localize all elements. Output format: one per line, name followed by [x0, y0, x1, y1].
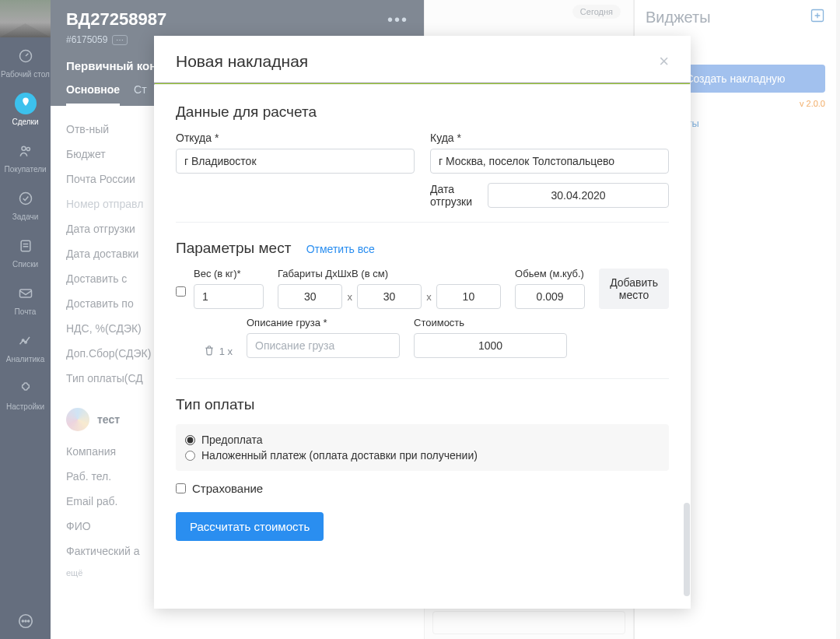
weight-input[interactable]: [194, 284, 264, 309]
modal-title: Новая накладная: [176, 52, 308, 71]
cost-input[interactable]: [414, 333, 567, 358]
pay-cod-label: Наложенный платеж (оплата доставки при п…: [201, 449, 478, 462]
place-checkbox[interactable]: [176, 286, 186, 297]
mark-all-link[interactable]: Отметить все: [306, 243, 375, 255]
trash-icon[interactable]: [204, 345, 215, 358]
add-place-button[interactable]: Добавить место: [599, 269, 669, 309]
weight-label: Вес (в кг)*: [194, 268, 264, 279]
cost-label: Стоимость: [414, 317, 567, 328]
desc-label: Описание груза *: [247, 317, 400, 328]
section-calc-title: Данные для расчета: [176, 104, 669, 121]
volume-label: Обьем (м.куб.): [515, 268, 585, 279]
close-icon[interactable]: ×: [659, 51, 669, 72]
dim-width-input[interactable]: [357, 284, 422, 309]
from-label: Откуда *: [176, 132, 415, 144]
section-params-title: Параметры мест Отметить все: [176, 240, 669, 257]
dim-height-input[interactable]: [436, 284, 501, 309]
dim-length-input[interactable]: [278, 284, 342, 309]
pay-prepaid-label: Предоплата: [201, 434, 263, 446]
payment-radio-group: Предоплата Наложенный платеж (оплата дос…: [176, 424, 669, 471]
dims-label: Габариты ДхШхВ (в см): [278, 268, 501, 279]
insurance-checkbox[interactable]: [176, 483, 186, 493]
section-params-text: Параметры мест: [176, 240, 291, 256]
modal-scrollbar[interactable]: [683, 36, 691, 609]
pay-cod-radio[interactable]: [185, 451, 195, 461]
from-input[interactable]: [176, 149, 415, 174]
dim-x-1: x: [345, 291, 354, 303]
pay-cod-option[interactable]: Наложенный платеж (оплата доставки при п…: [185, 448, 660, 463]
calculate-button[interactable]: Рассчитать стоимость: [176, 512, 324, 541]
insurance-option[interactable]: Страхование: [176, 482, 669, 495]
new-invoice-modal: Новая накладная × Данные для расчета Отк…: [154, 36, 691, 609]
count-label: 1 x: [219, 346, 233, 357]
desc-input[interactable]: [247, 333, 400, 358]
scrollbar-thumb[interactable]: [684, 503, 690, 596]
to-label: Куда *: [430, 132, 669, 144]
pay-prepaid-option[interactable]: Предоплата: [185, 432, 660, 448]
ship-date-input[interactable]: [488, 183, 669, 208]
ship-date-label: Дата отгрузки: [430, 183, 472, 208]
to-input[interactable]: [430, 149, 669, 174]
dim-x-2: x: [425, 291, 433, 303]
volume-input[interactable]: [515, 284, 585, 309]
section-pay-title: Тип оплаты: [176, 396, 669, 413]
pay-prepaid-radio[interactable]: [185, 435, 195, 445]
insurance-label: Страхование: [192, 482, 263, 495]
